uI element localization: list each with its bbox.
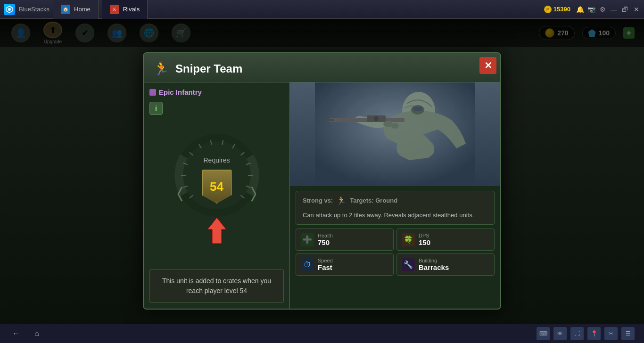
svg-rect-21 (324, 119, 334, 121)
left-panel: Epic Infantry i (144, 82, 290, 309)
restore-button[interactable]: 🗗 (621, 6, 629, 13)
building-stat: 🔧 Building Barracks (396, 253, 495, 276)
info-button[interactable]: i (149, 102, 163, 115)
unit-run-icon: 🏃 (153, 61, 170, 76)
svg-point-24 (383, 121, 393, 127)
epic-badge: Epic Infantry (149, 88, 284, 96)
unlock-info-box: This unit is added to crates when you re… (149, 269, 284, 303)
window-controls: 🔔 📷 ⚙ — 🗗 ✕ (576, 6, 640, 13)
titlebar-currency-value: 15390 (553, 6, 570, 13)
speed-value: Fast (318, 263, 333, 271)
home-button[interactable]: ⌂ (30, 327, 43, 340)
modal-title: Sniper Team (175, 62, 242, 75)
epic-label: Epic Infantry (159, 88, 202, 96)
camera-icon[interactable]: 📷 (587, 6, 595, 13)
modal-body: Epic Infantry i (144, 82, 500, 309)
level-value: 54 (210, 180, 223, 194)
dps-stat: 🍀 DPS 150 (396, 229, 495, 251)
strong-vs-label: Strong vs: (303, 197, 333, 204)
bell-icon[interactable]: 🔔 (576, 6, 584, 13)
titlebar-currency: P 15390 (544, 6, 570, 13)
stats-grid: ➕ Health 750 🍀 DPS 150 (296, 229, 495, 276)
back-button[interactable]: ← (9, 327, 23, 340)
right-panel: Strong vs: 🏃 Targets: Ground Can attack … (290, 82, 500, 309)
svg-point-23 (374, 116, 379, 121)
settings-icon[interactable]: ⚙ (599, 6, 606, 13)
unlock-info-text: This unit is added to crates when you re… (157, 276, 277, 296)
building-icon: 🔧 (402, 258, 415, 271)
building-label: Building (419, 258, 449, 263)
unit-detail-modal: 🏃 Sniper Team ✕ Epic Infantry i (143, 52, 501, 310)
bottom-bar: ← ⌂ ⌨ 👁 ⛶ 📍 ✂ ☰ (0, 324, 644, 343)
building-value: Barracks (419, 263, 449, 271)
epic-color-dot (149, 89, 156, 96)
svg-point-28 (417, 106, 422, 111)
title-bar-right: P 15390 🔔 📷 ⚙ — 🗗 ✕ (544, 6, 640, 13)
bottom-right-buttons: ⌨ 👁 ⛶ 📍 ✂ ☰ (537, 327, 635, 340)
health-stat: ➕ Health 750 (296, 229, 394, 251)
combat-row: Strong vs: 🏃 Targets: Ground (303, 196, 487, 205)
requires-label: Requires (203, 156, 230, 164)
location-icon[interactable]: 📍 (587, 327, 601, 340)
dps-info: DPS 150 (419, 233, 430, 246)
speed-icon: ⏱ (301, 258, 314, 271)
dps-icon: 🍀 (402, 233, 415, 246)
dps-label: DPS (419, 233, 430, 238)
upgrade-arrow-icon (205, 218, 229, 250)
health-icon: ➕ (301, 233, 314, 246)
fullscreen-icon[interactable]: ⛶ (570, 327, 584, 340)
tab-rivals[interactable]: ⚔ Rivals (102, 0, 148, 19)
close-button[interactable]: ✕ (633, 6, 640, 13)
divider (303, 208, 487, 208)
bluestacks-brand-text: BlueStacks (19, 6, 50, 13)
game-area: 👤 ⬆ Upgrade ✔ 👥 🌐 🛒 270 100 + (0, 19, 644, 343)
menu-icon[interactable]: ☰ (621, 327, 635, 340)
svg-point-1 (8, 8, 11, 11)
bottom-left-buttons: ← ⌂ (9, 327, 43, 340)
dps-value: 150 (419, 238, 430, 246)
unit-image (290, 82, 500, 186)
eye-icon[interactable]: 👁 (553, 327, 567, 340)
health-info: Health 750 (318, 233, 333, 246)
infantry-icon: 🏃 (337, 196, 346, 205)
level-gauge: Requires 54 (170, 128, 264, 222)
gauge-container: Requires 54 (149, 119, 284, 269)
home-tab-icon: 🏠 (61, 5, 70, 14)
scissors-icon[interactable]: ✂ (604, 327, 618, 340)
building-info: Building Barracks (419, 258, 449, 271)
title-bar: BlueStacks 🏠 Home ⚔ Rivals P 15390 🔔 📷 ⚙… (0, 0, 644, 19)
speed-stat: ⏱ Speed Fast (296, 253, 394, 276)
keyboard-icon[interactable]: ⌨ (537, 327, 550, 340)
rivals-tab-label: Rivals (123, 6, 140, 13)
combat-description: Can attack up to 2 tiles away. Reveals a… (303, 211, 487, 220)
tab-home[interactable]: 🏠 Home (53, 0, 99, 19)
speed-label: Speed (318, 258, 333, 263)
home-tab-label: Home (74, 6, 91, 13)
title-bar-left: BlueStacks 🏠 Home ⚔ Rivals (4, 0, 148, 19)
sniper-illustration (315, 82, 475, 186)
rivals-tab-icon: ⚔ (110, 5, 119, 14)
titlebar-coin-icon: P (544, 6, 552, 13)
minimize-button[interactable]: — (610, 6, 618, 13)
modal-header: 🏃 Sniper Team ✕ (144, 53, 500, 82)
health-label: Health (318, 233, 333, 238)
bluestacks-logo (4, 4, 15, 15)
targets-label: Targets: Ground (350, 197, 397, 204)
speed-info: Speed Fast (318, 258, 333, 271)
modal-overlay: 🏃 Sniper Team ✕ Epic Infantry i (0, 19, 644, 343)
stats-area: Strong vs: 🏃 Targets: Ground Can attack … (290, 186, 500, 309)
health-value: 750 (318, 238, 333, 246)
modal-close-button[interactable]: ✕ (479, 57, 496, 74)
svg-point-25 (391, 123, 399, 129)
combat-info-box: Strong vs: 🏃 Targets: Ground Can attack … (296, 191, 495, 225)
